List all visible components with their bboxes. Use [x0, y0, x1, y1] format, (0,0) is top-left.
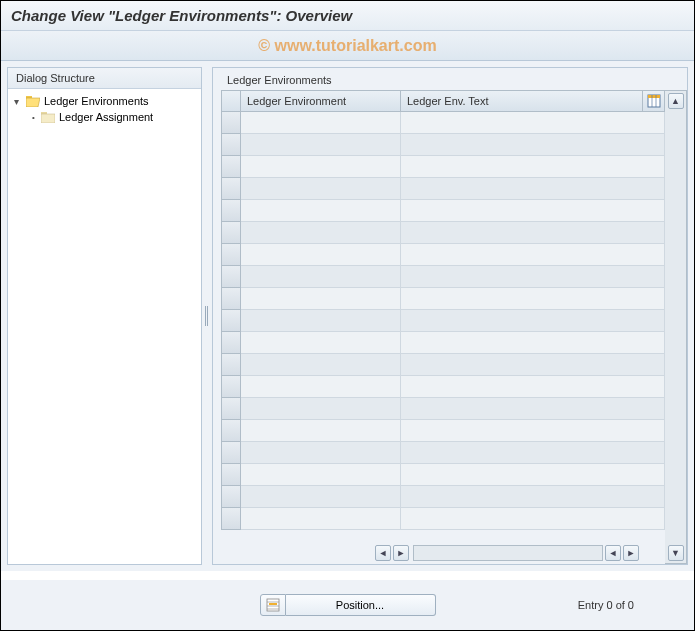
table-row[interactable] [221, 442, 665, 464]
watermark-text: © www.tutorialkart.com [258, 37, 436, 55]
table-row[interactable] [221, 112, 665, 134]
cell[interactable] [241, 376, 401, 398]
cell[interactable] [241, 464, 401, 486]
row-selector[interactable] [221, 134, 241, 156]
row-selector[interactable] [221, 420, 241, 442]
scroll-track[interactable] [413, 545, 603, 561]
cell[interactable] [241, 200, 401, 222]
table-row[interactable] [221, 398, 665, 420]
cell[interactable] [241, 244, 401, 266]
row-selector[interactable] [221, 156, 241, 178]
table-row[interactable] [221, 244, 665, 266]
table-row[interactable] [221, 486, 665, 508]
row-selector[interactable] [221, 464, 241, 486]
cell[interactable] [241, 178, 401, 200]
position-button-icon[interactable] [260, 594, 286, 616]
row-selector[interactable] [221, 354, 241, 376]
row-selector[interactable] [221, 178, 241, 200]
table-row[interactable] [221, 200, 665, 222]
row-selector[interactable] [221, 112, 241, 134]
cell[interactable] [241, 486, 401, 508]
table-row[interactable] [221, 134, 665, 156]
cell[interactable] [241, 310, 401, 332]
table-row[interactable] [221, 508, 665, 530]
cell[interactable] [401, 398, 665, 420]
cell[interactable] [241, 134, 401, 156]
cell[interactable] [401, 244, 665, 266]
cell[interactable] [401, 420, 665, 442]
cell[interactable] [241, 266, 401, 288]
position-button[interactable]: Position... [286, 594, 436, 616]
tree-node-label: Ledger Assignment [59, 111, 153, 123]
table-row[interactable] [221, 464, 665, 486]
tree-node-ledger-environments[interactable]: ▾ Ledger Environments [10, 93, 199, 109]
scroll-left-button[interactable]: ◄ [375, 545, 391, 561]
table-settings-button[interactable] [643, 90, 665, 112]
cell[interactable] [241, 442, 401, 464]
row-selector[interactable] [221, 310, 241, 332]
table-row[interactable] [221, 376, 665, 398]
expand-collapse-icon[interactable]: ▾ [14, 96, 24, 107]
table-row[interactable] [221, 332, 665, 354]
scroll-down-button[interactable]: ▼ [668, 545, 684, 561]
cell[interactable] [241, 288, 401, 310]
cell[interactable] [241, 332, 401, 354]
cell[interactable] [401, 332, 665, 354]
table-row[interactable] [221, 420, 665, 442]
vertical-scrollbar[interactable]: ▲ ▼ [665, 90, 687, 564]
splitter[interactable] [202, 61, 212, 571]
cell[interactable] [401, 112, 665, 134]
row-selector[interactable] [221, 200, 241, 222]
row-selector[interactable] [221, 398, 241, 420]
horizontal-scrollbar[interactable]: ◄ ► ◄ ► [221, 542, 665, 564]
grid-body [221, 112, 665, 542]
row-selector[interactable] [221, 442, 241, 464]
row-selector[interactable] [221, 508, 241, 530]
cell[interactable] [401, 200, 665, 222]
cell[interactable] [401, 288, 665, 310]
cell[interactable] [241, 398, 401, 420]
table-row[interactable] [221, 288, 665, 310]
row-selector[interactable] [221, 222, 241, 244]
row-selector[interactable] [221, 332, 241, 354]
cell[interactable] [401, 156, 665, 178]
svg-marker-3 [41, 114, 55, 123]
table-row[interactable] [221, 354, 665, 376]
cell[interactable] [241, 508, 401, 530]
row-selector[interactable] [221, 266, 241, 288]
cell[interactable] [401, 376, 665, 398]
cell[interactable] [401, 442, 665, 464]
column-header-ledger-env-text[interactable]: Ledger Env. Text [401, 90, 643, 112]
cell[interactable] [401, 486, 665, 508]
cell[interactable] [401, 222, 665, 244]
cell[interactable] [401, 178, 665, 200]
row-selector[interactable] [221, 244, 241, 266]
cell[interactable] [401, 266, 665, 288]
cell[interactable] [401, 508, 665, 530]
table-row[interactable] [221, 310, 665, 332]
row-selector[interactable] [221, 486, 241, 508]
cell[interactable] [401, 354, 665, 376]
cell[interactable] [241, 112, 401, 134]
cell[interactable] [241, 222, 401, 244]
select-all-cell[interactable] [221, 90, 241, 112]
scroll-up-button[interactable]: ▲ [668, 93, 684, 109]
cell[interactable] [401, 464, 665, 486]
cell[interactable] [241, 156, 401, 178]
column-header-ledger-environment[interactable]: Ledger Environment [241, 90, 401, 112]
cell[interactable] [401, 134, 665, 156]
scroll-right-button[interactable]: ► [623, 545, 639, 561]
tree-node-ledger-assignment[interactable]: • Ledger Assignment [10, 109, 199, 125]
row-selector[interactable] [221, 376, 241, 398]
row-selector[interactable] [221, 288, 241, 310]
cell[interactable] [241, 354, 401, 376]
scroll-left-button[interactable]: ◄ [605, 545, 621, 561]
table-row[interactable] [221, 222, 665, 244]
scroll-right-button[interactable]: ► [393, 545, 409, 561]
cell[interactable] [401, 310, 665, 332]
grid: Ledger Environment Ledger Env. Text [221, 90, 665, 564]
cell[interactable] [241, 420, 401, 442]
table-row[interactable] [221, 178, 665, 200]
table-row[interactable] [221, 266, 665, 288]
table-row[interactable] [221, 156, 665, 178]
